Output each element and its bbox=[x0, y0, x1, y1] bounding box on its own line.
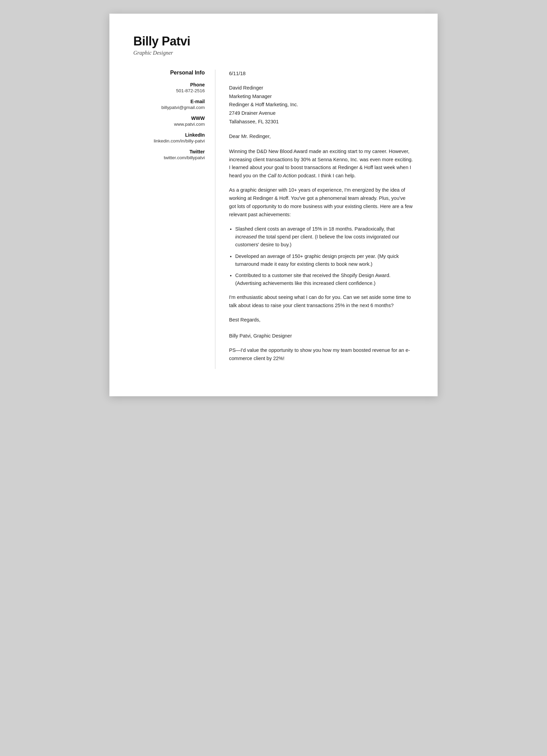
phone-label: Phone bbox=[133, 82, 205, 87]
paragraph-1: Winning the D&D New Blood Award made an … bbox=[229, 148, 414, 180]
recipient-block: David Redinger Marketing Manager Redinge… bbox=[229, 84, 414, 126]
achievement-1: Slashed client costs an average of 15% i… bbox=[235, 225, 414, 249]
content-area: Personal Info Phone 501-872-2516 E-mail … bbox=[133, 70, 414, 369]
applicant-title: Graphic Designer bbox=[133, 50, 414, 56]
sidebar-twitter: Twitter twitter.com/billypatvi bbox=[133, 149, 205, 160]
recipient-city: Tallahassee, FL 32301 bbox=[229, 118, 414, 126]
recipient-address: 2749 Drainer Avenue bbox=[229, 109, 414, 118]
phone-value: 501-872-2516 bbox=[133, 88, 205, 93]
recipient-name: David Redinger bbox=[229, 84, 414, 92]
email-label: E-mail bbox=[133, 99, 205, 104]
resume-page: Billy Patvi Graphic Designer Personal In… bbox=[109, 14, 438, 396]
achievement-2: Developed an average of 150+ graphic des… bbox=[235, 252, 414, 268]
letter-date: 6/11/18 bbox=[229, 70, 414, 78]
paragraph-2: As a graphic designer with 10+ years of … bbox=[229, 186, 414, 219]
recipient-company: Redinger & Hoff Marketing, Inc. bbox=[229, 100, 414, 109]
sidebar-email: E-mail billypatvi@gmail.com bbox=[133, 99, 205, 110]
recipient-title: Marketing Manager bbox=[229, 92, 414, 101]
www-label: WWW bbox=[133, 115, 205, 121]
achievement-3: Contributed to a customer site that rece… bbox=[235, 272, 414, 287]
www-value: www.patvi.com bbox=[133, 122, 205, 127]
closing-name: Billy Patvi, Graphic Designer bbox=[229, 332, 414, 340]
ps-block: PS—I'd value the opportunity to show you… bbox=[229, 346, 414, 363]
paragraph-3: I'm enthusiastic about seeing what I can… bbox=[229, 293, 414, 310]
achievements-list: Slashed client costs an average of 15% i… bbox=[229, 225, 414, 287]
closing-regards: Best Regards, bbox=[229, 316, 414, 324]
sidebar-linkedin: LinkedIn linkedin.com/in/billy-patvi bbox=[133, 132, 205, 143]
ps-text: PS—I'd value the opportunity to show you… bbox=[229, 346, 414, 363]
linkedin-label: LinkedIn bbox=[133, 132, 205, 138]
sidebar-section-title: Personal Info bbox=[133, 70, 205, 76]
sidebar: Personal Info Phone 501-872-2516 E-mail … bbox=[133, 70, 215, 369]
twitter-label: Twitter bbox=[133, 149, 205, 154]
letter-body: Winning the D&D New Blood Award made an … bbox=[229, 148, 414, 363]
applicant-name: Billy Patvi bbox=[133, 34, 414, 49]
closing-block: Best Regards, Billy Patvi, Graphic Desig… bbox=[229, 316, 414, 340]
sidebar-www: WWW www.patvi.com bbox=[133, 115, 205, 127]
linkedin-value: linkedin.com/in/billy-patvi bbox=[133, 138, 205, 143]
header: Billy Patvi Graphic Designer bbox=[133, 34, 414, 56]
sidebar-phone: Phone 501-872-2516 bbox=[133, 82, 205, 93]
email-value: billypatvi@gmail.com bbox=[133, 105, 205, 110]
twitter-value: twitter.com/billypatvi bbox=[133, 155, 205, 160]
salutation: Dear Mr. Redinger, bbox=[229, 133, 414, 140]
letter-content: 6/11/18 David Redinger Marketing Manager… bbox=[215, 70, 414, 369]
